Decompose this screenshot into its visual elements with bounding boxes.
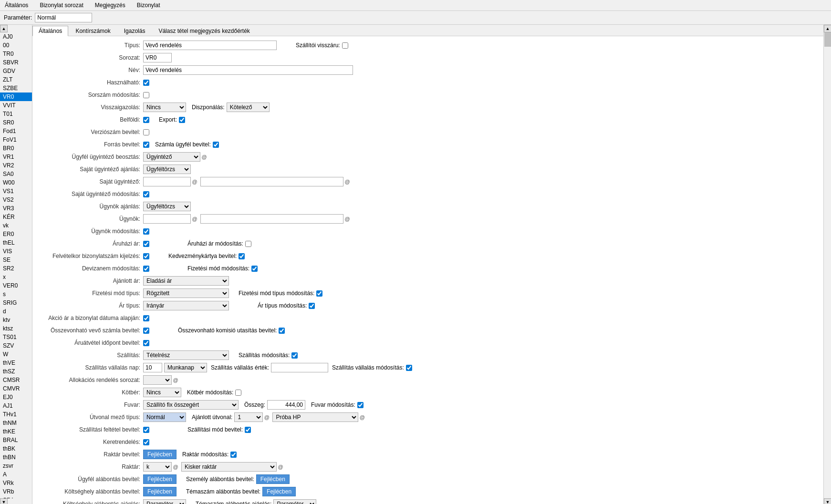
fuvar-modositas-checkbox[interactable] <box>357 402 364 408</box>
export-checkbox[interactable] <box>179 117 185 123</box>
sidebar-item-tr0[interactable]: TR0 <box>0 50 32 58</box>
sidebar-item-ts01[interactable]: TS01 <box>0 333 32 341</box>
sidebar-item-zsvr[interactable]: zsvr <box>0 462 32 470</box>
sidebar-item-sr2[interactable]: SR2 <box>0 264 32 273</box>
ugynok-at-icon2[interactable]: @ <box>343 215 351 223</box>
keretrendeles-checkbox[interactable] <box>143 439 149 445</box>
szallitas-modositas-checkbox[interactable] <box>291 352 298 359</box>
sidebar-item-szbe[interactable]: SZBE <box>0 84 32 93</box>
sidebar-item-szv[interactable]: SZV <box>0 341 32 350</box>
sorozat-input[interactable] <box>143 53 172 62</box>
sidebar-item-fod1[interactable]: Fod1 <box>0 127 32 135</box>
proba-hp-at-icon[interactable]: @ <box>358 413 366 421</box>
ar-tipus-select[interactable]: Irányár <box>143 301 229 310</box>
sidebar-item-ker[interactable]: KÉR <box>0 213 32 221</box>
kotbere-select[interactable]: Nincs <box>143 388 181 397</box>
proba-hp-select[interactable]: Próba HP <box>272 412 358 422</box>
sidebar-item-aj0[interactable]: AJ0 <box>0 32 32 41</box>
temaszam-alabontas-ajanlat-select[interactable]: Paraméter <box>273 499 316 504</box>
scroll-down-button[interactable]: ▼ <box>824 498 831 504</box>
kotbere-modositas-checkbox[interactable] <box>235 390 241 396</box>
sidebar-item-sa0[interactable]: SA0 <box>0 170 32 178</box>
verzioszam-bevitel-checkbox[interactable] <box>143 129 149 135</box>
menu-altalanos[interactable]: Általános <box>2 1 31 10</box>
ajanlott-ar-select[interactable]: Eladási ár <box>143 276 229 286</box>
felvetelkor-bizonylat-kijelzes-checkbox[interactable] <box>143 253 149 259</box>
sidebar-item-ej0[interactable]: EJ0 <box>0 393 32 401</box>
tab-igazolas[interactable]: Igazolás <box>118 26 152 36</box>
sidebar-item-thve[interactable]: thVE <box>0 359 32 367</box>
sidebar-item-thnm[interactable]: thNM <box>0 419 32 427</box>
sajat-ugyintezi-modositas-checkbox[interactable] <box>143 191 149 197</box>
raktar-bevitel-button[interactable]: Fejlécben <box>143 450 177 459</box>
sidebar-item-thbk[interactable]: thBK <box>0 444 32 453</box>
kisker-raktar-at-icon[interactable]: @ <box>277 463 284 471</box>
sidebar-scroll-up[interactable]: ▲ <box>0 25 8 32</box>
menu-megjegyzes[interactable]: Megjegyzés <box>92 1 128 10</box>
belfodi-checkbox[interactable] <box>143 117 149 123</box>
nev-input[interactable] <box>143 65 353 75</box>
sajat-ugyintezi-input1[interactable] <box>143 177 191 186</box>
sidebar-item-s[interactable]: s <box>0 290 32 298</box>
sajat-ugyintezi-at-icon1[interactable]: @ <box>191 178 198 185</box>
devizanem-modositas-checkbox[interactable] <box>143 266 149 272</box>
sajat-ugyintezi-ajanlat-select[interactable]: Ügyféltörzs <box>143 165 191 174</box>
allokacois-rendeles-sorozat-select[interactable] <box>143 375 172 385</box>
sorszam-modositas-checkbox[interactable] <box>143 92 149 98</box>
ugynok-modositas-checkbox[interactable] <box>143 228 149 235</box>
sidebar-item-t01[interactable]: T01 <box>0 110 32 118</box>
sidebar-item-thel[interactable]: thEL <box>0 238 32 247</box>
hasznalhato-checkbox[interactable] <box>143 80 149 86</box>
sidebar-item-bral[interactable]: BRAL <box>0 436 32 444</box>
sidebar-item-srig[interactable]: SRIG <box>0 298 32 307</box>
sidebar-item-cmsr[interactable]: CMSR <box>0 376 32 384</box>
szallitasi-feltetel-bevitel-checkbox[interactable] <box>143 427 149 433</box>
sidebar-item-vr3[interactable]: VR3 <box>0 204 32 213</box>
tipus-input[interactable] <box>143 41 277 50</box>
sidebar-item-ktv[interactable]: ktv <box>0 316 32 324</box>
param-input[interactable] <box>35 13 92 22</box>
sidebar-item-zlt[interactable]: ZLT <box>0 75 32 84</box>
scroll-thumb[interactable] <box>824 32 831 47</box>
sidebar-item-sbvr[interactable]: SBVR <box>0 58 32 67</box>
sidebar-item-vs1[interactable]: VS1 <box>0 187 32 195</box>
ugynok-at-icon1[interactable]: @ <box>191 215 198 223</box>
koltseghelye-alabontas-bevitel-button[interactable]: Fejlécben <box>143 487 177 496</box>
allokacois-at-icon[interactable]: @ <box>172 376 179 384</box>
diszponibilis-select[interactable]: Kötelező <box>227 103 270 112</box>
kisker-raktar-select[interactable]: Kisker raktár <box>181 462 277 472</box>
szallitasi-mod-bevitel-checkbox[interactable] <box>245 427 251 433</box>
osszevonhato-vevo-checkbox[interactable] <box>143 328 149 334</box>
sidebar-item-fov1[interactable]: FoV1 <box>0 135 32 144</box>
osszevonhato-komisio-checkbox[interactable] <box>279 328 285 334</box>
ajanlott-utvonal-at-icon[interactable]: @ <box>263 413 270 421</box>
akcio-ar-checkbox[interactable] <box>143 315 149 321</box>
sidebar-item-vk[interactable]: vk <box>0 221 32 230</box>
sajat-ugyintezi-at-icon2[interactable]: @ <box>343 178 351 185</box>
sidebar-item-thv1[interactable]: THv1 <box>0 410 32 419</box>
sidebar-item-br0[interactable]: BR0 <box>0 144 32 153</box>
ugynok-input1[interactable] <box>143 214 191 224</box>
sidebar-scroll-down[interactable]: ▼ <box>0 498 8 504</box>
sidebar-item-aj1[interactable]: AJ1 <box>0 401 32 410</box>
kedvezmenykartya-bevitel-checkbox[interactable] <box>239 253 245 259</box>
temaszam-alabontas-bevitel-button[interactable]: Fejlécben <box>262 487 296 496</box>
sidebar-item-vs2[interactable]: VS2 <box>0 195 32 204</box>
ugyfel-ugyintezi-at-icon[interactable]: @ <box>200 153 208 161</box>
sidebar-item-vrb[interactable]: VRb <box>0 487 32 496</box>
menu-bizonylat-sorozat[interactable]: Bizonylat sorozat <box>37 1 86 10</box>
sidebar-item-vvit[interactable]: VVIT <box>0 101 32 110</box>
aruhazi-ar-modositas-checkbox[interactable] <box>245 241 251 247</box>
ajanlott-utvonal-select[interactable]: 1 <box>234 412 263 422</box>
sajat-ugyintezi-input2[interactable] <box>200 177 343 186</box>
fizetesi-mod-tipus-modositas-checkbox[interactable] <box>316 290 322 297</box>
visszaigazolas-select[interactable]: Nincs <box>143 103 186 112</box>
ugyfel-alabontas-bevitel-button[interactable]: Fejlécben <box>143 474 177 484</box>
raktar-modositas-checkbox[interactable] <box>230 452 237 458</box>
szallitas-vallalasi-modositas-checkbox[interactable] <box>406 365 412 371</box>
sidebar-item-vis[interactable]: VIS <box>0 247 32 256</box>
aruhazi-ar-checkbox[interactable] <box>143 241 149 247</box>
raktar-select[interactable]: k <box>143 462 172 472</box>
ar-tipus-modositas-checkbox[interactable] <box>309 303 315 309</box>
sidebar-item-d[interactable]: d <box>0 307 32 316</box>
